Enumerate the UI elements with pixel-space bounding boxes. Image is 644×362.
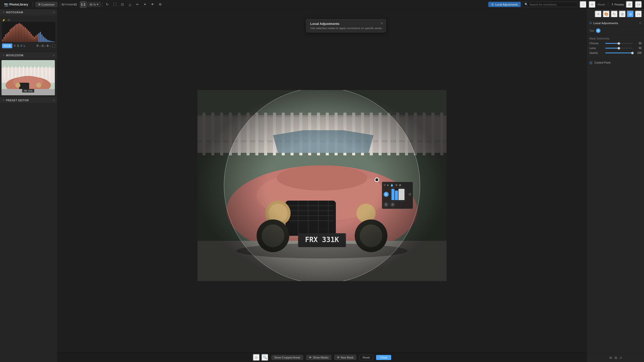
mini-gear-2-button[interactable]: ⚙ — [384, 202, 389, 207]
grid-button[interactable]: ⊟ — [72, 1, 79, 8]
close-bottom-button[interactable]: Close — [376, 355, 391, 360]
left-panel: ✕ HISTOGRAM ≡ ⚡ ↺ — [0, 9, 57, 362]
rp-color-icon[interactable]: 🎨 — [603, 11, 610, 18]
chroma-track[interactable] — [605, 43, 632, 44]
mini-gear-1-button[interactable]: ⚙ — [384, 192, 389, 197]
new-mask-button[interactable]: ⊕ New Mask — [334, 355, 356, 360]
reset-bottom-button[interactable]: Reset — [359, 355, 373, 360]
reset-button[interactable]: Reset — [598, 3, 605, 6]
mini-undo-button[interactable]: ↺ — [408, 192, 411, 196]
svg-rect-13 — [22, 25, 23, 42]
svg-rect-20 — [32, 36, 33, 42]
chroma-thumb[interactable] — [618, 42, 620, 45]
mini-gear-3-button[interactable]: ⚙ — [390, 202, 395, 207]
luma-fill — [605, 48, 619, 49]
tooltip-close-button[interactable]: ✕ — [380, 21, 383, 25]
presets-button[interactable]: ↥ Presets — [611, 3, 624, 6]
eye-tool[interactable]: 👁 — [149, 1, 156, 8]
channel-b-button[interactable]: B — [21, 44, 22, 47]
mini-circle-icon[interactable]: ● — [387, 184, 389, 187]
mini-adjustment-panel: ▽ ● 💧 ≋ ⊞ ⚙ — [382, 182, 413, 209]
separator-4 — [608, 2, 608, 7]
search-input[interactable] — [530, 3, 575, 6]
customize-button[interactable]: ⊞ Customize — [35, 2, 57, 7]
opacity-thumb[interactable] — [631, 52, 634, 54]
channel-l-button[interactable]: L — [24, 44, 25, 47]
rp-local-adj-icon[interactable]: ◎ — [627, 11, 634, 18]
photo-canvas[interactable]: FRX 331K — [197, 90, 447, 281]
crop-tool[interactable]: ⛶ — [111, 1, 118, 8]
tooltip-description: Use selective masks to apply corrections… — [310, 27, 382, 30]
transform-tool[interactable]: ⊡ — [119, 1, 126, 8]
channel-rgb-button[interactable]: RGB — [2, 43, 12, 48]
settings-tool[interactable]: ⚙ — [157, 1, 164, 8]
mini-grid-icon[interactable]: ⊞ — [399, 184, 401, 187]
compare-button[interactable]: ⧉ Compare — [65, 1, 72, 8]
thumbnail-container: FRX 331K — [0, 59, 57, 97]
opacity-track[interactable] — [605, 53, 632, 53]
mini-gradient-icon[interactable]: ≋ — [395, 184, 397, 187]
rp-sun-icon[interactable]: ☀ — [595, 11, 602, 18]
customize-icon: ⊞ — [38, 3, 41, 6]
rp-eye-icon[interactable]: 👁 — [609, 356, 613, 360]
rp-expand-button[interactable]: ⊡ — [639, 21, 641, 25]
preset-editor-settings-icon[interactable]: ≡ — [53, 99, 55, 102]
rp-copy-icon[interactable]: ⧉ — [615, 356, 617, 360]
expand-icon[interactable]: ⊞ — [626, 1, 633, 8]
right-panel-checkbox[interactable]: ☑ — [589, 21, 592, 25]
bottom-circle-icons: ◎ 🔍 — [253, 354, 268, 361]
show-cropped-button[interactable]: Show Cropped Areas — [271, 355, 303, 360]
formula-icon[interactable]: ƒx — [635, 1, 642, 8]
rp-tool-row: Tool ◎ — [587, 27, 644, 35]
mini-water-icon[interactable]: 💧 — [390, 184, 394, 187]
rp-tool-indicator[interactable]: ◎ — [596, 28, 600, 33]
opacity-fill — [605, 53, 632, 53]
svg-point-53 — [15, 83, 20, 88]
bottom-icon-2[interactable]: 🔍 — [261, 354, 268, 361]
mini-mask-icon[interactable]: ▽ — [384, 184, 386, 187]
pen-tool[interactable]: ✏ — [134, 1, 141, 8]
rp-detail-icon[interactable]: ⊞ — [619, 11, 626, 18]
control-point[interactable] — [375, 177, 379, 182]
luma-label: Luma — [589, 47, 603, 50]
zoom-display[interactable]: 45 % ▾ — [87, 2, 101, 7]
star-solid-button[interactable]: ★ — [589, 1, 596, 8]
path-tool[interactable]: △ — [127, 1, 134, 8]
reset-label: Reset — [598, 3, 605, 6]
svg-rect-34 — [53, 41, 55, 42]
rp-rotate-icon[interactable]: ↻ — [611, 11, 618, 18]
show-masks-label: Show Masks — [313, 356, 329, 359]
svg-rect-14 — [23, 26, 24, 42]
cp-circle-icon: ◎ — [589, 61, 592, 65]
bottom-icon-1[interactable]: ◎ — [253, 354, 260, 361]
tool-group: ⧉ Compare ⊟ 1:1 45 % ▾ ↻ ⛶ ⊡ △ ✏ ✦ 👁 ⚙ — [65, 1, 164, 8]
auto-adjust-icon[interactable]: ⚡ — [2, 19, 6, 22]
channel-r-button[interactable]: R — [14, 44, 16, 47]
mini-control-row: ⚙ ⚙ — [384, 202, 411, 207]
search-icon: 🔍 — [525, 3, 528, 6]
luma-thumb[interactable] — [618, 47, 620, 50]
show-masks-button[interactable]: 👁 Show Masks — [306, 355, 331, 360]
move-zoom-close-button[interactable]: ✕ — [3, 54, 5, 57]
luma-track[interactable] — [605, 48, 632, 49]
svg-rect-0 — [2, 39, 3, 42]
histogram-reset-icon[interactable]: ↺ — [8, 19, 10, 22]
move-zoom-settings-icon[interactable]: ≡ — [53, 54, 55, 57]
rp-fx-icon[interactable]: ƒx — [635, 11, 642, 18]
rp-export-icon[interactable]: ↗ — [619, 356, 622, 360]
local-adjustments-button[interactable]: ◎ Local Adjustments — [488, 2, 521, 7]
zoom-ratio-button[interactable]: 1:1 — [80, 1, 87, 8]
zoom-value: 45 % — [90, 3, 96, 6]
preset-editor-close-button[interactable]: ✕ — [3, 99, 5, 102]
histogram-settings-icon[interactable]: ≡ — [53, 11, 55, 14]
rotate-tool[interactable]: ↻ — [104, 1, 111, 8]
channel-extra: R→ G→ B→ — [37, 44, 55, 48]
svg-rect-120 — [398, 189, 405, 200]
star-button[interactable]: ☆ — [580, 1, 587, 8]
heal-tool[interactable]: ✦ — [142, 1, 149, 8]
histogram-close-button[interactable]: ✕ — [3, 11, 5, 14]
search-box[interactable]: 🔍 — [522, 2, 578, 7]
presets-label: Presets — [615, 3, 624, 6]
opacity-value: 100 — [634, 52, 641, 54]
channel-g-button[interactable]: G — [17, 44, 19, 47]
